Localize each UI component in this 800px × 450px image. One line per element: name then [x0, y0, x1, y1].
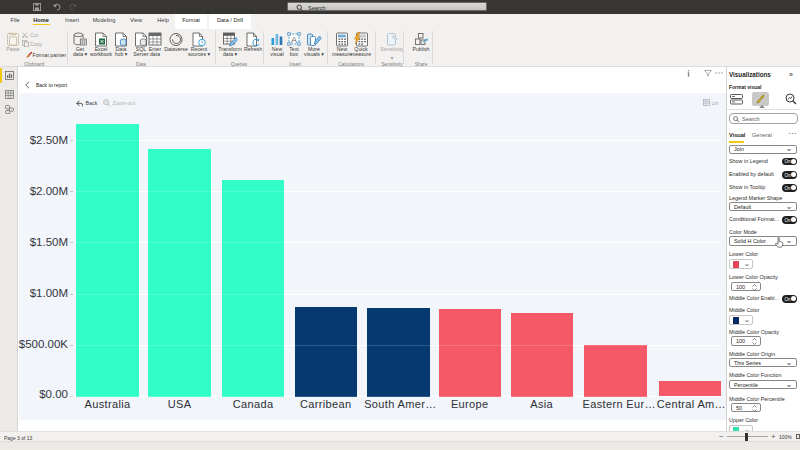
svg-text:A: A	[291, 34, 297, 44]
